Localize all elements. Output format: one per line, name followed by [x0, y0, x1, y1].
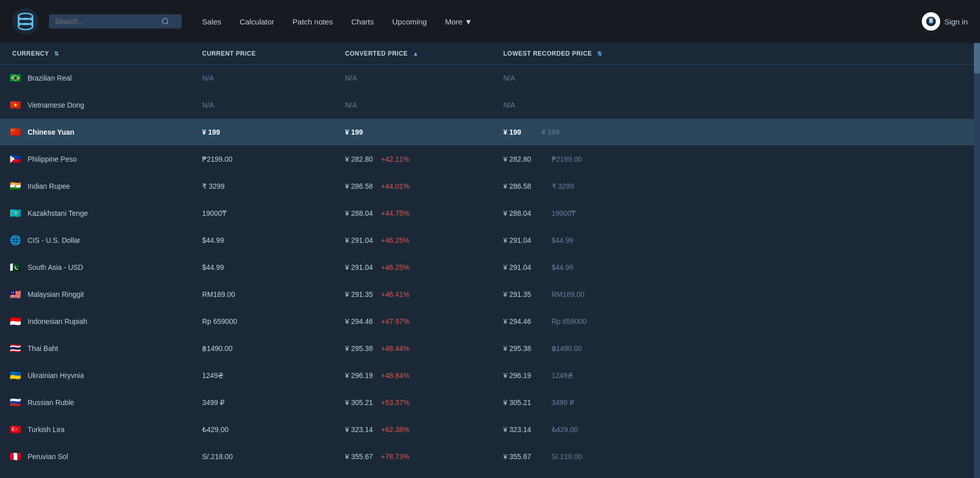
current-price-cell: $44.99 [194, 254, 337, 281]
flag-icon: 🇵🇰 [8, 260, 22, 274]
table-row[interactable]: 🇨🇳Chinese Yuan¥ 199¥ 199¥ 199¥ 199 [0, 119, 980, 146]
currency-name: Peruvian Sol [28, 452, 68, 461]
lowest-converted-value: ¥ 355.67 [503, 452, 531, 461]
currency-cell: 🇵🇭Philippine Peso [0, 146, 194, 172]
steam-icon [922, 12, 940, 31]
converted-price-cell: N/A [337, 92, 495, 119]
currency-cell: 🇮🇩Indonesian Rupiah [0, 308, 194, 335]
converted-price-cell: N/A [337, 65, 495, 92]
nav-charts[interactable]: Charts [343, 13, 382, 30]
scrollbar-track[interactable] [974, 43, 980, 478]
current-price-cell: 3499 ₽ [194, 389, 337, 416]
lowest-original-value: Rp 659000 [552, 317, 587, 325]
svg-point-6 [162, 18, 168, 24]
signin-button[interactable]: Sign in [922, 12, 968, 31]
scrollbar-thumb[interactable] [974, 43, 980, 73]
nav-upcoming[interactable]: Upcoming [384, 13, 435, 30]
currency-cell: 🇵🇪Peruvian Sol [0, 443, 194, 470]
current-price-cell: 19000₸ [194, 200, 337, 227]
lowest-price-cell: ¥ 296.191249₴ [495, 362, 980, 389]
flag-icon: 🇹🇭 [8, 341, 22, 356]
table-row[interactable]: 🇵🇪Peruvian SolS/.218.00¥ 355.67+78.73%¥ … [0, 443, 980, 470]
converted-price-pct: +48.84% [381, 371, 410, 380]
table-row[interactable]: 🇮🇳Indian Rupee₹ 3299¥ 286.58+44.01%¥ 286… [0, 173, 980, 200]
lowest-converted-value: ¥ 323.14 [503, 425, 531, 434]
converted-price-value: ¥ 291.04 [345, 263, 373, 271]
converted-price-value: ¥ 355.67 [345, 452, 373, 461]
converted-price-cell: ¥ 282.80+42.11% [337, 146, 495, 173]
current-price-cell: ¥ 199 [194, 119, 337, 146]
converted-price-cell: ¥ 291.04+46.25% [337, 254, 495, 281]
flag-icon: 🇨🇳 [8, 125, 22, 139]
signin-label: Sign in [944, 17, 968, 26]
currency-name: Indian Rupee [28, 182, 70, 190]
table-row[interactable]: 🌐CIS - U.S. Dollar$44.99¥ 291.04+46.25%¥… [0, 227, 980, 254]
current-price-cell: ₹ 3299 [194, 173, 337, 200]
converted-price-cell: ¥ 323.14+62.38% [337, 416, 495, 443]
table-row[interactable]: 🇲🇾Malaysian RinggitRM189.00¥ 291.35+46.4… [0, 281, 980, 308]
lowest-price-cell: ¥ 291.04$44.99 [495, 254, 980, 281]
converted-price-pct: +42.11% [381, 155, 410, 163]
converted-price-pct: +47.97% [381, 317, 410, 325]
flag-icon: 🌐 [8, 233, 22, 247]
table-row[interactable]: 🇵🇰South Asia - USD$44.99¥ 291.04+46.25%¥… [0, 254, 980, 281]
nav-sales[interactable]: Sales [194, 13, 230, 30]
nav-more-label: More [445, 17, 462, 26]
lowest-converted-value: ¥ 282.80 [503, 155, 531, 163]
logo[interactable] [12, 8, 39, 35]
nav-more-dropdown[interactable]: More ▼ [437, 13, 480, 30]
header-current-price[interactable]: CURRENT PRICE [194, 43, 337, 65]
header-converted-price[interactable]: CONVERTED PRICE ▲ [337, 43, 495, 65]
currency-cell: 🇺🇦Ukrainian Hryvnia [0, 362, 194, 389]
lowest-converted-value: ¥ 295.38 [503, 344, 531, 353]
lowest-original-value: ₱2199.00 [552, 155, 582, 163]
table-row[interactable]: 🇹🇭Thai Baht฿1490.00¥ 295.38+48.44%¥ 295.… [0, 335, 980, 362]
currency-name: South Asia - USD [28, 263, 83, 271]
converted-price-cell: ¥ 362.01+81.92% [337, 470, 495, 479]
lowest-price-cell: N/A [495, 92, 980, 119]
nav-patch-notes[interactable]: Patch notes [284, 13, 341, 30]
lowest-original-value: 19000₸ [552, 209, 576, 217]
svg-point-0 [12, 8, 39, 35]
current-price-cell: ฿1490.00 [194, 335, 337, 362]
table-row[interactable]: 🇹🇷Turkish Lira₺429,00¥ 323.14+62.38%¥ 32… [0, 416, 980, 443]
lowest-original-value: ¥ 199 [542, 128, 559, 136]
currency-name: Russian Ruble [28, 398, 74, 407]
lowest-sort-icon: ⇅ [597, 51, 602, 57]
search-box[interactable] [49, 14, 182, 29]
table-row[interactable]: 🇷🇺Russian Ruble3499 ₽¥ 305.21+53.37%¥ 30… [0, 389, 980, 416]
table-row[interactable]: 🇧🇷Brazilian RealN/AN/AN/A [0, 65, 980, 92]
converted-price-value: ¥ 296.19 [345, 371, 373, 380]
table-row[interactable]: 🇵🇭Philippine Peso₱2199.00¥ 282.80+42.11%… [0, 146, 980, 173]
flag-icon: 🇵🇪 [8, 449, 22, 464]
lowest-original-value: ₹ 3299 [552, 182, 574, 190]
current-price-cell: Rp 659000 [194, 308, 337, 335]
currency-cell: 🇮🇳Indian Rupee [0, 173, 194, 199]
lowest-price-cell: ¥ 305.213499 ₽ [495, 389, 980, 416]
table-row[interactable]: 🇰🇿Kazakhstani Tenge19000₸¥ 288.04+44.75%… [0, 200, 980, 227]
current-price-cell: ₱2199.00 [194, 146, 337, 173]
table-row[interactable]: 🇻🇳Vietnamese DongN/AN/AN/A [0, 92, 980, 119]
table-row[interactable]: 🇺🇦Ukrainian Hryvnia1249₴¥ 296.19+48.84%¥… [0, 362, 980, 389]
converted-price-pct: +62.38% [381, 425, 410, 434]
lowest-price-cell: ¥ 282.80₱2199.00 [495, 146, 980, 173]
currency-name: Philippine Peso [28, 155, 77, 163]
lowest-price-cell: ¥ 286.58₹ 3299 [495, 173, 980, 200]
table-row[interactable]: 🇨🇴Colombian PesoCOL$ 213309¥ 362.01+81.9… [0, 470, 980, 479]
lowest-converted-value: ¥ 294.46 [503, 317, 531, 325]
lowest-original-value: 3499 ₽ [552, 398, 574, 407]
lowest-converted-value: ¥ 296.19 [503, 371, 531, 380]
header-lowest-price[interactable]: LOWEST RECORDED PRICE ⇅ [495, 43, 980, 65]
currency-cell: 🇷🇺Russian Ruble [0, 389, 194, 416]
converted-price-pct: +53.37% [381, 398, 410, 407]
lowest-original-value: RM189.00 [552, 290, 585, 298]
converted-price-value: ¥ 305.21 [345, 398, 373, 407]
chevron-down-icon: ▼ [464, 17, 472, 26]
lowest-converted-value: ¥ 291.35 [503, 290, 531, 298]
converted-price-cell: ¥ 295.38+48.44% [337, 335, 495, 362]
table-row[interactable]: 🇮🇩Indonesian RupiahRp 659000¥ 294.46+47.… [0, 308, 980, 335]
header-currency[interactable]: CURRENCY ⇅ [0, 43, 194, 65]
search-input[interactable] [55, 17, 157, 26]
nav-calculator[interactable]: Calculator [232, 13, 283, 30]
currency-name: Chinese Yuan [28, 128, 75, 136]
